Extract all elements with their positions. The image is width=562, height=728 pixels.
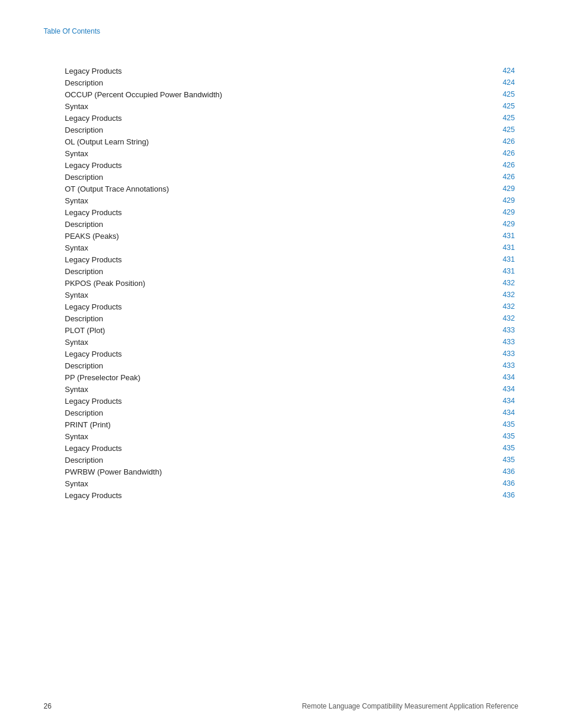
- toc-entry-page[interactable]: 435: [447, 419, 515, 430]
- toc-entry-page[interactable]: 425: [447, 100, 515, 112]
- toc-entry-label: Syntax: [65, 477, 447, 489]
- toc-row[interactable]: OL (Output Learn String)426: [65, 136, 515, 147]
- toc-entry-label: Description: [65, 124, 447, 136]
- toc-entry-page[interactable]: 431: [447, 265, 515, 277]
- toc-entry-label: PP (Preselector Peak): [65, 371, 447, 383]
- toc-entry-label: Syntax: [65, 195, 447, 206]
- toc-entry-page[interactable]: 432: [447, 312, 515, 324]
- toc-row[interactable]: PEAKS (Peaks)431: [65, 230, 515, 242]
- toc-row[interactable]: PRINT (Print)435: [65, 419, 515, 430]
- toc-entry-page[interactable]: 426: [447, 136, 515, 147]
- toc-row[interactable]: Syntax432: [65, 289, 515, 301]
- toc-entry-page[interactable]: 424: [447, 65, 515, 77]
- toc-entry-page[interactable]: 433: [447, 324, 515, 336]
- toc-row[interactable]: Syntax429: [65, 195, 515, 206]
- toc-entry-page[interactable]: 429: [447, 183, 515, 195]
- toc-entry-label: OT (Output Trace Annotations): [65, 183, 447, 195]
- toc-row[interactable]: Description424: [65, 77, 515, 88]
- toc-entry-page[interactable]: 434: [447, 371, 515, 383]
- toc-entry-page[interactable]: 435: [447, 454, 515, 466]
- toc-entry-label: Syntax: [65, 383, 447, 395]
- toc-entry-page[interactable]: 425: [447, 88, 515, 100]
- toc-entry-page[interactable]: 424: [447, 77, 515, 88]
- toc-entry-label: Legacy Products: [65, 112, 447, 124]
- toc-entry-label: Syntax: [65, 289, 447, 301]
- toc-row[interactable]: Description433: [65, 360, 515, 371]
- toc-row[interactable]: OCCUP (Percent Occupied Power Bandwidth)…: [65, 88, 515, 100]
- toc-entry-label: OCCUP (Percent Occupied Power Bandwidth): [65, 88, 447, 100]
- toc-row[interactable]: Legacy Products436: [65, 489, 515, 501]
- toc-entry-page[interactable]: 433: [447, 360, 515, 371]
- toc-entry-label: Legacy Products: [65, 206, 447, 218]
- toc-entry-label: Syntax: [65, 430, 447, 442]
- toc-row[interactable]: OT (Output Trace Annotations)429: [65, 183, 515, 195]
- toc-entry-page[interactable]: 435: [447, 430, 515, 442]
- toc-entry-page[interactable]: 425: [447, 124, 515, 136]
- toc-entry-page[interactable]: 432: [447, 289, 515, 301]
- toc-entry-label: PEAKS (Peaks): [65, 230, 447, 242]
- toc-row[interactable]: Legacy Products424: [65, 65, 515, 77]
- toc-entry-label: Syntax: [65, 242, 447, 253]
- toc-entry-label: Legacy Products: [65, 489, 447, 501]
- toc-entry-page[interactable]: 431: [447, 242, 515, 253]
- toc-entry-page[interactable]: 429: [447, 195, 515, 206]
- toc-row[interactable]: Description435: [65, 454, 515, 466]
- toc-entry-page[interactable]: 426: [447, 159, 515, 171]
- toc-entry-page[interactable]: 432: [447, 301, 515, 312]
- toc-row[interactable]: PLOT (Plot)433: [65, 324, 515, 336]
- toc-row[interactable]: Syntax433: [65, 336, 515, 348]
- toc-link[interactable]: Table Of Contents: [44, 27, 100, 35]
- toc-entry-page[interactable]: 429: [447, 218, 515, 230]
- toc-entry-label: OL (Output Learn String): [65, 136, 447, 147]
- toc-entry-page[interactable]: 433: [447, 336, 515, 348]
- toc-entry-page[interactable]: 435: [447, 442, 515, 454]
- toc-entry-page[interactable]: 436: [447, 489, 515, 501]
- toc-entry-label: Syntax: [65, 100, 447, 112]
- toc-row[interactable]: Legacy Products426: [65, 159, 515, 171]
- toc-entry-label: Description: [65, 77, 447, 88]
- toc-row[interactable]: Description431: [65, 265, 515, 277]
- toc-entry-page[interactable]: 431: [447, 253, 515, 265]
- toc-entry-page[interactable]: 431: [447, 230, 515, 242]
- toc-row[interactable]: Description426: [65, 171, 515, 183]
- toc-entry-page[interactable]: 436: [447, 466, 515, 477]
- toc-entry-page[interactable]: 434: [447, 407, 515, 419]
- toc-row[interactable]: Legacy Products432: [65, 301, 515, 312]
- toc-entry-page[interactable]: 433: [447, 348, 515, 360]
- toc-entry-label: Legacy Products: [65, 301, 447, 312]
- toc-entry-page[interactable]: 436: [447, 477, 515, 489]
- toc-entry-label: PWRBW (Power Bandwidth): [65, 466, 447, 477]
- toc-row[interactable]: PP (Preselector Peak)434: [65, 371, 515, 383]
- toc-row[interactable]: Syntax431: [65, 242, 515, 253]
- toc-row[interactable]: Description425: [65, 124, 515, 136]
- toc-entry-page[interactable]: 426: [447, 171, 515, 183]
- toc-row[interactable]: Legacy Products425: [65, 112, 515, 124]
- toc-row[interactable]: Syntax435: [65, 430, 515, 442]
- toc-row[interactable]: Syntax425: [65, 100, 515, 112]
- toc-row[interactable]: Legacy Products433: [65, 348, 515, 360]
- toc-row[interactable]: Description432: [65, 312, 515, 324]
- toc-row[interactable]: Description434: [65, 407, 515, 419]
- toc-row[interactable]: Description429: [65, 218, 515, 230]
- toc-entry-page[interactable]: 425: [447, 112, 515, 124]
- toc-row[interactable]: Legacy Products434: [65, 395, 515, 407]
- toc-entry-page[interactable]: 426: [447, 147, 515, 159]
- toc-row[interactable]: Syntax426: [65, 147, 515, 159]
- toc-row[interactable]: PKPOS (Peak Position)432: [65, 277, 515, 289]
- toc-entry-label: Legacy Products: [65, 159, 447, 171]
- toc-entry-label: Legacy Products: [65, 348, 447, 360]
- toc-row[interactable]: Syntax436: [65, 477, 515, 489]
- toc-entry-label: Legacy Products: [65, 395, 447, 407]
- toc-row[interactable]: Legacy Products431: [65, 253, 515, 265]
- toc-row[interactable]: Syntax434: [65, 383, 515, 395]
- toc-table: Legacy Products424Description424OCCUP (P…: [65, 65, 515, 501]
- toc-entry-page[interactable]: 434: [447, 383, 515, 395]
- toc-row[interactable]: Legacy Products435: [65, 442, 515, 454]
- toc-entry-page[interactable]: 429: [447, 206, 515, 218]
- toc-entry-page[interactable]: 432: [447, 277, 515, 289]
- toc-entry-label: Description: [65, 171, 447, 183]
- toc-entry-label: Legacy Products: [65, 65, 447, 77]
- toc-row[interactable]: PWRBW (Power Bandwidth)436: [65, 466, 515, 477]
- toc-entry-page[interactable]: 434: [447, 395, 515, 407]
- toc-row[interactable]: Legacy Products429: [65, 206, 515, 218]
